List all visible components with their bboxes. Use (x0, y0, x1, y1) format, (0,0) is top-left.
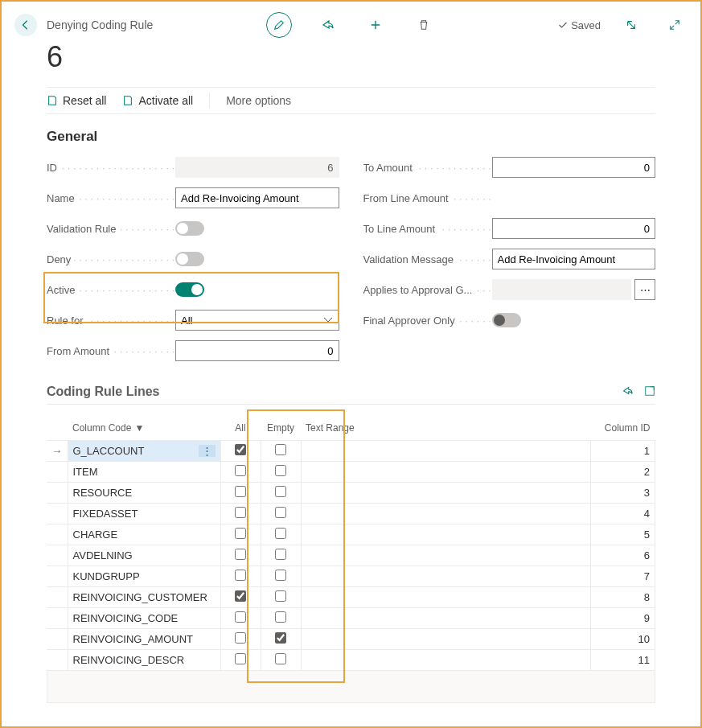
cell-range[interactable] (301, 608, 591, 629)
cell-code[interactable]: CHARGE (68, 524, 220, 545)
rule-for-select[interactable]: All (175, 310, 339, 331)
all-checkbox[interactable] (235, 570, 246, 581)
applies-to-field[interactable] (492, 279, 632, 300)
cell-code[interactable]: FIXEDASSET (68, 504, 220, 524)
table-row[interactable]: REINVOICING_CUSTOMER8 (47, 587, 655, 608)
back-button[interactable] (14, 14, 37, 36)
cell-empty[interactable] (261, 587, 301, 608)
table-row[interactable]: REINVOICING_CODE9 (47, 608, 655, 629)
cell-range[interactable] (301, 462, 591, 483)
to-line-amount-field[interactable] (492, 218, 656, 239)
active-toggle[interactable] (175, 282, 204, 297)
table-row[interactable]: KUNDGRUPP7 (47, 566, 655, 587)
more-options-button[interactable]: More options (226, 94, 291, 107)
final-approver-toggle[interactable] (492, 313, 521, 327)
empty-checkbox[interactable] (275, 486, 286, 497)
all-checkbox[interactable] (235, 507, 246, 518)
cell-code[interactable]: RESOURCE (68, 483, 220, 504)
cell-empty[interactable] (261, 524, 301, 545)
all-checkbox[interactable] (235, 444, 246, 455)
cell-empty[interactable] (261, 629, 301, 650)
validation-message-field[interactable] (492, 249, 656, 269)
empty-checkbox[interactable] (275, 549, 286, 560)
cell-code[interactable]: REINVOICING_CODE (68, 608, 220, 629)
all-checkbox[interactable] (235, 549, 246, 560)
cell-all[interactable] (220, 608, 261, 629)
all-checkbox[interactable] (235, 632, 246, 644)
table-row[interactable]: REINVOICING_DESCR11 (47, 650, 655, 671)
table-row[interactable]: →G_LACCOUNT⋮1 (47, 441, 655, 462)
all-checkbox[interactable] (235, 486, 246, 497)
cell-empty[interactable] (261, 441, 301, 462)
applies-to-lookup-button[interactable]: ⋯ (634, 279, 655, 300)
cell-range[interactable] (301, 629, 591, 650)
all-checkbox[interactable] (235, 590, 246, 602)
empty-checkbox[interactable] (275, 632, 286, 644)
table-row[interactable]: REINVOICING_AMOUNT10 (47, 629, 655, 650)
popout-button[interactable] (618, 12, 644, 38)
cell-empty[interactable] (261, 504, 301, 524)
table-row[interactable]: ITEM2 (47, 462, 655, 483)
delete-button[interactable] (411, 12, 437, 38)
cell-code[interactable]: REINVOICING_AMOUNT (68, 629, 220, 650)
empty-checkbox[interactable] (275, 465, 286, 476)
col-id[interactable]: Column ID (591, 416, 655, 441)
cell-code[interactable]: AVDELNING (68, 545, 220, 566)
col-all[interactable]: All (220, 416, 261, 441)
deny-toggle[interactable] (175, 252, 204, 266)
empty-checkbox[interactable] (275, 507, 286, 518)
cell-empty[interactable] (261, 566, 301, 587)
col-range[interactable]: Text Range (301, 416, 591, 441)
cell-all[interactable] (220, 545, 261, 566)
all-checkbox[interactable] (235, 465, 246, 476)
validation-rule-toggle[interactable] (175, 221, 204, 236)
cell-code[interactable]: G_LACCOUNT⋮ (68, 441, 220, 462)
new-button[interactable] (363, 12, 388, 38)
all-checkbox[interactable] (235, 653, 246, 664)
cell-all[interactable] (220, 462, 261, 483)
cell-range[interactable] (301, 441, 591, 462)
cell-all[interactable] (220, 587, 261, 608)
edit-button[interactable] (266, 12, 292, 38)
empty-checkbox[interactable] (275, 528, 286, 539)
table-row[interactable]: RESOURCE3 (47, 483, 655, 504)
reset-all-button[interactable]: Reset all (47, 94, 106, 107)
cell-all[interactable] (220, 441, 261, 462)
cell-empty[interactable] (261, 483, 301, 504)
cell-all[interactable] (220, 566, 261, 587)
empty-checkbox[interactable] (275, 570, 286, 581)
cell-range[interactable] (301, 483, 591, 504)
cell-all[interactable] (220, 524, 261, 545)
empty-checkbox[interactable] (275, 444, 286, 455)
col-empty[interactable]: Empty (261, 416, 301, 441)
name-field[interactable] (175, 187, 339, 208)
cell-code[interactable]: REINVOICING_DESCR (68, 650, 220, 671)
cell-range[interactable] (301, 650, 591, 671)
table-row[interactable]: CHARGE5 (47, 524, 655, 545)
cell-range[interactable] (301, 504, 591, 524)
cell-empty[interactable] (261, 545, 301, 566)
from-line-amount-field[interactable] (492, 187, 656, 208)
lines-expand-button[interactable] (644, 385, 655, 399)
cell-range[interactable] (301, 587, 591, 608)
cell-all[interactable] (220, 483, 261, 504)
table-row[interactable]: AVDELNING6 (47, 545, 655, 566)
cell-empty[interactable] (261, 608, 301, 629)
col-code[interactable]: Column Code▼ (68, 416, 220, 441)
all-checkbox[interactable] (235, 528, 246, 539)
to-amount-field[interactable] (492, 157, 656, 178)
empty-checkbox[interactable] (275, 590, 286, 602)
cell-empty[interactable] (261, 462, 301, 483)
cell-code[interactable]: KUNDGRUPP (68, 566, 220, 587)
cell-code[interactable]: REINVOICING_CUSTOMER (68, 587, 220, 608)
activate-all-button[interactable]: Activate all (122, 94, 193, 107)
table-row[interactable]: FIXEDASSET4 (47, 504, 655, 524)
cell-range[interactable] (301, 524, 591, 545)
cell-empty[interactable] (261, 650, 301, 671)
lines-share-button[interactable] (622, 385, 633, 399)
cell-all[interactable] (220, 629, 261, 650)
share-button[interactable] (314, 12, 340, 38)
cell-all[interactable] (220, 650, 261, 671)
row-menu-button[interactable]: ⋮ (199, 445, 216, 457)
cell-code[interactable]: ITEM (68, 462, 220, 483)
